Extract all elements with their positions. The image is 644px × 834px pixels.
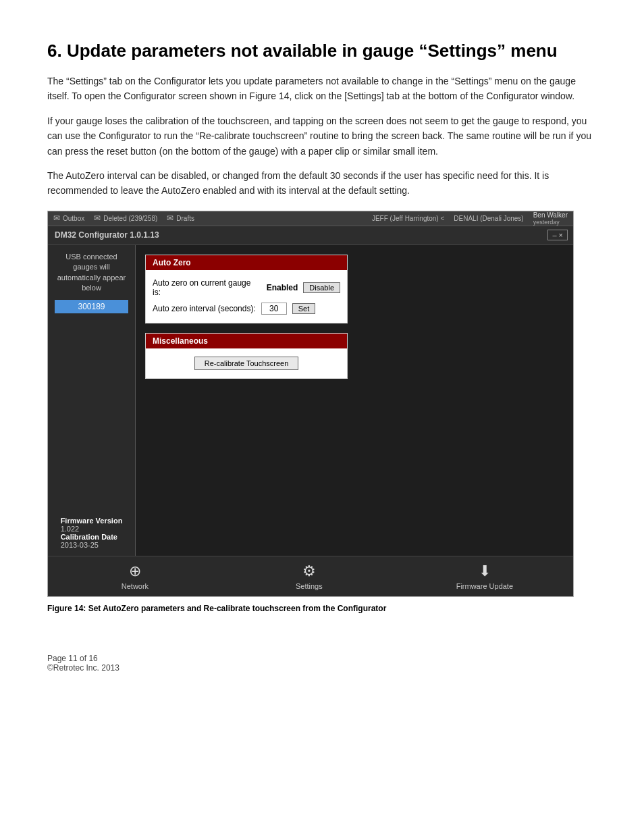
- taskbar-deleted-label: Deleted (239/258): [103, 215, 157, 222]
- title-bar: DM32 Configurator 1.0.1.13 – ×: [48, 226, 573, 245]
- sidebar-description: USB connected gauges will automatically …: [55, 252, 128, 294]
- app-body: USB connected gauges will automatically …: [48, 245, 573, 556]
- taskbar-right: JEFF (Jeff Harrington) < DENALI (Denali …: [372, 211, 568, 226]
- configurator-screenshot: ✉ Outbox ✉ Deleted (239/258) ✉ Drafts JE…: [47, 211, 574, 597]
- toolbar-firmware-update-label: Firmware Update: [456, 582, 513, 590]
- toolbar-network-label: Network: [122, 582, 149, 590]
- page-heading: 6. Update parameters not available in ga…: [47, 41, 597, 61]
- sidebar-gauge-id[interactable]: 300189: [55, 300, 128, 313]
- taskbar-denali-label: DENALI (Denali Jones): [454, 215, 523, 222]
- taskbar-jeff-label: JEFF (Jeff Harrington) <: [372, 215, 444, 222]
- toolbar-network[interactable]: ⊕ Network: [108, 563, 162, 590]
- toolbar-settings[interactable]: ⚙ Settings: [282, 563, 336, 590]
- toolbar-firmware-update[interactable]: ⬇ Firmware Update: [456, 563, 513, 590]
- content-area: Auto Zero Auto zero on current gauge is:…: [136, 245, 573, 556]
- deleted-icon: ✉: [94, 213, 101, 223]
- taskbar-deleted: ✉ Deleted (239/258): [94, 213, 157, 223]
- firmware-update-icon: ⬇: [479, 563, 491, 580]
- firmware-label: Firmware Version: [61, 517, 123, 525]
- autozero-header: Auto Zero: [146, 255, 347, 270]
- taskbar-user-name: Ben Walker: [533, 211, 568, 219]
- taskbar-outbox-label: Outbox: [63, 215, 84, 222]
- paragraph-2: If your gauge loses the calibration of t…: [47, 113, 597, 159]
- sidebar-firmware-info: Firmware Version 1.022 Calibration Date …: [61, 517, 123, 549]
- taskbar-drafts: ✉ Drafts: [167, 213, 194, 223]
- autozero-disable-button[interactable]: Disable: [303, 282, 340, 293]
- footer-copyright: ©Retrotec Inc. 2013: [47, 663, 597, 673]
- autozero-interval-row: Auto zero interval (seconds): Set: [153, 303, 340, 315]
- settings-icon: ⚙: [302, 563, 316, 580]
- paragraph-1: The “Settings” tab on the Configurator l…: [47, 74, 597, 104]
- taskbar-outbox: ✉ Outbox: [53, 213, 84, 223]
- autozero-interval-input[interactable]: [261, 303, 287, 315]
- recalibrate-button[interactable]: Re-calibrate Touchscreen: [194, 357, 299, 370]
- figure-caption: Figure 14: Set AutoZero parameters and R…: [47, 604, 597, 613]
- autozero-section: Auto Zero Auto zero on current gauge is:…: [145, 255, 348, 323]
- network-icon: ⊕: [129, 563, 141, 580]
- autozero-status-text: Auto zero on current gauge is:: [153, 278, 261, 297]
- autozero-interval-label: Auto zero interval (seconds):: [153, 304, 256, 313]
- toolbar-settings-label: Settings: [296, 582, 323, 590]
- drafts-icon: ✉: [167, 213, 173, 223]
- autozero-content: Auto zero on current gauge is: Enabled D…: [146, 270, 347, 323]
- firmware-value: 1.022: [61, 525, 123, 533]
- app-title: DM32 Configurator 1.0.1.13: [48, 226, 166, 244]
- autozero-set-button[interactable]: Set: [292, 303, 316, 314]
- bottom-toolbar: ⊕ Network ⚙ Settings ⬇ Firmware Update: [48, 556, 573, 596]
- misc-header: Miscellaneous: [146, 334, 347, 348]
- taskbar-drafts-label: Drafts: [176, 215, 194, 222]
- calibration-label: Calibration Date: [61, 533, 123, 541]
- taskbar-user-sub: yesterday: [533, 219, 568, 226]
- misc-content: Re-calibrate Touchscreen: [146, 348, 347, 378]
- footer-page: Page 11 of 16: [47, 654, 597, 663]
- calibration-value: 2013-03-25: [61, 541, 123, 549]
- close-button[interactable]: – ×: [547, 230, 568, 240]
- sidebar: USB connected gauges will automatically …: [48, 245, 136, 556]
- autozero-status-value: Enabled: [267, 283, 298, 292]
- autozero-status-row: Auto zero on current gauge is: Enabled D…: [153, 278, 340, 297]
- page-footer: Page 11 of 16 ©Retrotec Inc. 2013: [47, 654, 597, 673]
- outbox-icon: ✉: [53, 213, 60, 223]
- misc-section: Miscellaneous Re-calibrate Touchscreen: [145, 333, 348, 379]
- paragraph-3: The AutoZero interval can be disabled, o…: [47, 168, 597, 199]
- taskbar-strip: ✉ Outbox ✉ Deleted (239/258) ✉ Drafts JE…: [48, 211, 573, 226]
- taskbar-user: Ben Walker yesterday: [533, 211, 568, 226]
